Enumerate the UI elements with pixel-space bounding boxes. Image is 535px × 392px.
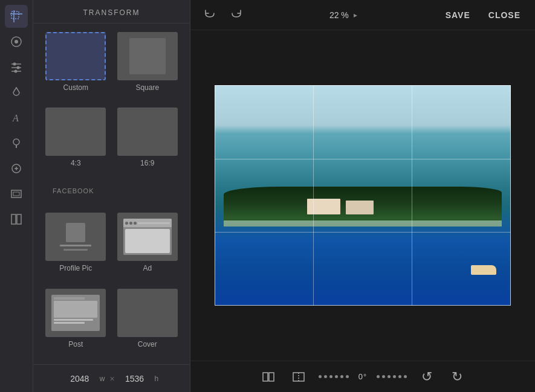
rotation-dots-right: [377, 375, 407, 378]
dot-11: [398, 375, 401, 378]
preset-label-post: Post: [68, 340, 83, 349]
preset-label-profile-pic: Profile Pic: [59, 264, 92, 272]
close-button[interactable]: CLOSE: [484, 8, 525, 22]
compare-button[interactable]: [288, 367, 309, 387]
rotation-degree: 0°: [358, 372, 367, 381]
panel-tool-btn[interactable]: [5, 208, 28, 231]
photo-scene: [215, 85, 511, 306]
adjustment-tool-btn[interactable]: [5, 30, 28, 53]
dot-9: [387, 375, 391, 378]
save-button[interactable]: SAVE: [441, 8, 475, 22]
preset-item-cover[interactable]: Cover: [115, 289, 181, 358]
boat: [471, 265, 496, 275]
preset-item-profile-pic[interactable]: Profile Pic: [43, 213, 109, 282]
bottom-toolbar: 0° ↺ ↻: [190, 361, 535, 392]
height-input[interactable]: 1536: [120, 374, 150, 384]
panel-title: TRANSFORM: [33, 0, 190, 24]
undo-button[interactable]: [200, 5, 219, 25]
svg-point-10: [15, 70, 18, 73]
preset-item-custom[interactable]: Custom: [43, 32, 109, 101]
svg-point-6: [13, 63, 16, 66]
preset-grid: Custom Square 4:3 16:9 FACEBOOK: [33, 24, 190, 364]
svg-rect-21: [263, 373, 268, 381]
dot-7: [377, 375, 380, 378]
preset-label-43: 4:3: [71, 159, 81, 167]
preset-label-cover: Cover: [138, 340, 157, 349]
preset-thumb-custom: [45, 32, 106, 80]
transform-panel: TRANSFORM Custom Square 4:3: [33, 0, 190, 392]
preset-thumb-ad: [117, 213, 178, 261]
drop-tool-btn[interactable]: [5, 81, 28, 104]
svg-point-12: [13, 139, 19, 145]
preset-label-169: 16:9: [140, 159, 154, 167]
dot-10: [393, 375, 396, 378]
preset-label-custom: Custom: [63, 83, 88, 92]
split-view-button[interactable]: [258, 367, 279, 387]
top-bar-left: [200, 5, 246, 25]
dimension-separator: ×: [109, 374, 114, 384]
facebook-section-label: FACEBOOK: [43, 184, 180, 207]
preset-thumb-profile-pic: [45, 213, 106, 261]
preset-label-square: Square: [135, 83, 159, 92]
left-icon-toolbar: A: [0, 0, 33, 392]
main-area: 22 % ▸ SAVE CLOSE: [190, 0, 535, 392]
preset-thumb-post: [45, 289, 106, 337]
rotation-dots-left: [319, 375, 349, 378]
dot-2: [324, 375, 327, 378]
height-label: h: [155, 374, 159, 383]
svg-rect-17: [11, 190, 21, 198]
width-input[interactable]: 2048: [65, 374, 95, 384]
image-container[interactable]: [215, 85, 511, 306]
island-area: [224, 187, 502, 227]
preset-label-ad: Ad: [143, 264, 152, 272]
zoom-value: 22 %: [329, 10, 349, 20]
preset-item-43[interactable]: 4:3: [43, 108, 109, 177]
svg-rect-22: [269, 373, 274, 381]
crop-tool-btn[interactable]: [5, 5, 28, 28]
svg-point-4: [15, 40, 18, 43]
top-bar-center: 22 % ▸: [253, 10, 433, 20]
preset-thumb-square: [117, 32, 178, 80]
healing-tool-btn[interactable]: [5, 157, 28, 180]
dot-8: [382, 375, 385, 378]
svg-rect-18: [13, 192, 19, 196]
dot-5: [340, 375, 343, 378]
frame-tool-btn[interactable]: [5, 182, 28, 205]
dot-1: [319, 375, 322, 378]
dot-6: [346, 375, 349, 378]
top-bar-right: SAVE CLOSE: [441, 8, 525, 22]
svg-rect-23: [293, 373, 304, 381]
svg-rect-0: [11, 11, 19, 19]
dot-4: [335, 375, 338, 378]
svg-text:A: A: [12, 113, 19, 123]
dot-3: [329, 375, 332, 378]
rotate-ccw-button[interactable]: ↺: [417, 367, 437, 387]
top-bar: 22 % ▸ SAVE CLOSE: [190, 0, 535, 30]
brush-tool-btn[interactable]: [5, 132, 28, 155]
dimension-bar: 2048 w × 1536 h: [33, 364, 190, 392]
canvas-area: [190, 30, 535, 361]
preset-item-square[interactable]: Square: [115, 32, 181, 101]
preset-thumb-43: [45, 108, 106, 156]
preset-item-ad[interactable]: Ad: [115, 213, 181, 282]
preset-thumb-cover: [117, 289, 178, 337]
preset-item-169[interactable]: 16:9: [115, 108, 181, 177]
redo-button[interactable]: [227, 5, 246, 25]
text-tool-btn[interactable]: A: [5, 106, 28, 129]
width-label: w: [100, 374, 105, 383]
svg-rect-20: [17, 214, 21, 224]
rotate-cw-button[interactable]: ↻: [447, 367, 467, 387]
zoom-chevron-icon[interactable]: ▸: [354, 11, 357, 19]
dot-12: [404, 375, 407, 378]
svg-point-8: [17, 66, 20, 69]
svg-rect-19: [11, 214, 16, 224]
preset-item-post[interactable]: Post: [43, 289, 109, 358]
preset-thumb-169: [117, 108, 178, 156]
sliders-tool-btn[interactable]: [5, 56, 28, 79]
